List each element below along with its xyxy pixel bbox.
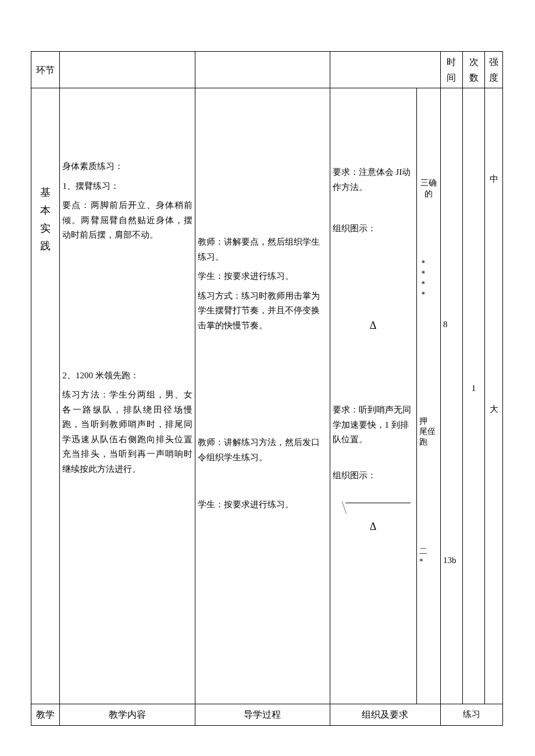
intensity-value-2: 大 xyxy=(487,402,500,417)
count-value: 1 xyxy=(465,381,482,396)
org-extra-column: 三确的 ＊ ＊ ＊ ＊ 押 尾侄跑 二 * xyxy=(416,88,440,704)
section-char-4: 践 xyxy=(34,237,57,255)
footer-col3: 导学过程 xyxy=(195,704,330,725)
count-column: 1 xyxy=(463,88,485,704)
org-side-sanque: 三确的 xyxy=(419,178,438,199)
org-title-1: 组织图示： xyxy=(333,221,414,237)
intensity-column: 中 大 xyxy=(485,88,503,704)
org-stars: ＊ ＊ ＊ ＊ xyxy=(419,257,438,300)
header-count: 次数 xyxy=(463,52,485,88)
footer-col5: 练习 xyxy=(440,704,502,725)
org-column: 要求：注意体会 JI动作方法。 组织图示： Δ 要求：听到哨声无同学加速要快，1… xyxy=(330,88,416,704)
time-value-2: 13b xyxy=(443,553,460,568)
header-intensity: 强度 xyxy=(485,52,503,88)
org-side-er: 二 xyxy=(419,546,438,557)
content-block1-points: 要点：两脚前后开立、身体稍前倾。两臂屈臂自然贴近身体，摆动时前后摆，肩部不动。 xyxy=(62,198,192,243)
footer-col1: 教学 xyxy=(31,704,60,725)
process-p1-student: 学生：按要求进行练习。 xyxy=(198,269,327,284)
section-column: 基 本 实 践 xyxy=(31,88,60,704)
org-req2: 要求：听到哨声无同学加速要快，1 到排队位置。 xyxy=(333,403,414,447)
intensity-value-1: 中 xyxy=(487,172,500,187)
header-time: 时间 xyxy=(440,52,462,88)
org-req1: 要求：注意体会 JI动作方法。 xyxy=(333,165,414,195)
section-char-3: 实 xyxy=(34,220,57,238)
footer-col2: 教学内容 xyxy=(60,704,195,725)
header-section: 环节 xyxy=(31,52,60,88)
org-delta-2: Δ xyxy=(333,518,414,536)
org-diagram-1200: ﹨ Δ xyxy=(333,495,414,529)
content-block1-title: 身体素质练习： xyxy=(62,159,192,174)
process-p2-teacher: 教师：讲解练习方法，然后发口令组织学生练习。 xyxy=(198,435,327,465)
content-block2-title: 2、1200 米领先跑： xyxy=(62,368,192,384)
section-char-1: 基 xyxy=(34,184,57,202)
footer-col4: 组织及要求 xyxy=(330,704,440,725)
org-side-yawei: 押 尾侄跑 xyxy=(419,416,438,448)
org-delta-1: Δ xyxy=(333,317,414,335)
content-column: 身体素质练习： 1、摆臂练习： 要点：两脚前后开立、身体稍前倾。两臂屈臂自然贴近… xyxy=(60,88,195,704)
time-value-1: 8 xyxy=(443,317,460,332)
process-column: 教师：讲解要点，然后组织学生练习。 学生：按要求进行练习。 练习方式：练习时教师… xyxy=(195,88,330,704)
header-blank-org xyxy=(330,52,440,88)
header-blank-process xyxy=(195,52,330,88)
content-block2-method: 练习方法：学生分两组，男、女各一路纵队，排队绕田径场慢跑，当听到教师哨声时，排尾… xyxy=(62,388,192,476)
org-side-star: * xyxy=(419,557,438,567)
org-title-2: 组织图示： xyxy=(333,468,414,483)
header-blank-content xyxy=(60,52,195,88)
run-line xyxy=(345,503,411,503)
content-block1-sub: 1、摆臂练习： xyxy=(62,179,192,194)
process-p2-student: 学生：按要求进行练习。 xyxy=(198,497,327,513)
section-char-2: 本 xyxy=(34,202,57,220)
process-p1-mode: 练习方式：练习时教师用击掌为学生摆臂打节奏，并且不停变换击掌的快慢节奏。 xyxy=(198,289,327,334)
time-column: 8 13b xyxy=(440,88,462,704)
process-p1-teacher: 教师：讲解要点，然后组织学生练习。 xyxy=(198,235,327,264)
